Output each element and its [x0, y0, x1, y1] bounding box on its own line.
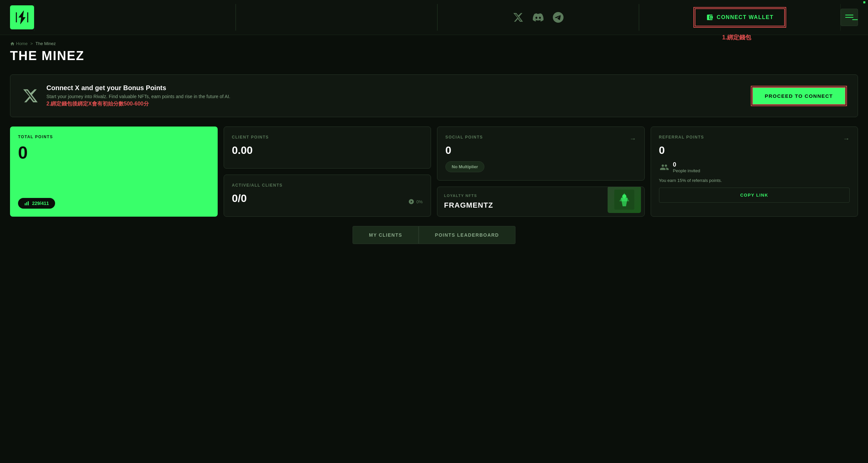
breadcrumb-home: Home — [10, 41, 28, 46]
client-points-label: CLIENT POINTS — [232, 135, 423, 140]
client-points-value: 0.00 — [232, 144, 423, 157]
copy-link-button[interactable]: COPY LINK — [659, 188, 850, 203]
menu-dot — [863, 1, 865, 3]
nav-section-3 — [437, 4, 639, 31]
total-points-card: TOTAL POINTS 0 229/411 — [10, 126, 218, 217]
nav-section-1 — [34, 4, 236, 31]
rank-badge: 229/411 — [18, 198, 55, 209]
breadcrumb-separator: > — [30, 41, 33, 46]
active-clients-card: ACTIVE/ALL CLIENTS 0/0 0% — [224, 175, 431, 217]
proceed-to-connect-button[interactable]: PROCEED TO CONNECT — [752, 87, 846, 105]
banner-title: Connect X and get your Bonus Points — [46, 84, 230, 92]
stats-grid: TOTAL POINTS 0 229/411 CLIENT POINTS 0.0… — [10, 126, 858, 217]
social-icons — [513, 12, 563, 23]
progress-value: 0% — [416, 199, 423, 204]
referral-points-card: → REFERRAL POINTS 0 0 People invited You… — [651, 126, 858, 217]
my-clients-tab[interactable]: MY CLIENTS — [352, 226, 418, 244]
banner-text: Connect X and get your Bonus Points Star… — [46, 84, 230, 107]
active-clients-row: 0/0 0% — [232, 192, 423, 205]
menu-line-1 — [845, 15, 853, 16]
social-points-label: SOCIAL POINTS — [445, 135, 636, 140]
social-points-value: 0 — [445, 144, 636, 157]
people-count: 0 — [673, 161, 676, 168]
social-column: → SOCIAL POINTS 0 No Multiplier → LOYALT… — [437, 126, 645, 217]
annotation-1: 1.綁定錢包 — [722, 33, 751, 41]
logo[interactable] — [10, 5, 34, 29]
menu-line-3 — [852, 19, 858, 20]
total-points-value: 0 — [18, 144, 210, 161]
main-content: Connect X and get your Bonus Points Star… — [0, 66, 868, 252]
client-points-card: CLIENT POINTS 0.00 — [224, 126, 431, 168]
connect-x-banner: Connect X and get your Bonus Points Star… — [10, 74, 858, 117]
connect-wallet-button[interactable]: CONNECT WALLET — [695, 8, 785, 26]
rank-value: 229/411 — [32, 200, 49, 206]
active-clients-value: 0/0 — [232, 192, 247, 205]
people-icon — [659, 162, 670, 172]
rank-icon — [24, 200, 29, 206]
progress-icon — [408, 198, 414, 205]
menu-line-2 — [845, 17, 853, 18]
rank-badge-container: 229/411 — [18, 198, 55, 209]
loyalty-nfts-title: FRAGMENTZ — [444, 201, 638, 210]
telegram-icon[interactable] — [553, 12, 563, 23]
banner-left: Connect X and get your Bonus Points Star… — [22, 84, 230, 107]
svg-point-7 — [622, 194, 626, 198]
social-arrow-icon[interactable]: → — [630, 135, 636, 143]
header: CONNECT WALLET 1.綁定錢包 — [0, 0, 868, 35]
no-multiplier-badge: No Multiplier — [445, 161, 485, 172]
people-label: People invited — [673, 168, 701, 173]
page-title: THE MINEZ — [10, 49, 858, 63]
header-nav: CONNECT WALLET — [34, 4, 841, 31]
banner-x-icon — [22, 88, 38, 104]
annotation-2: 2.綁定錢包後綁定X會有初始分數500-600分 — [46, 100, 230, 107]
client-column: CLIENT POINTS 0.00 ACTIVE/ALL CLIENTS 0/… — [224, 126, 431, 217]
social-points-card: → SOCIAL POINTS 0 No Multiplier — [437, 126, 645, 181]
referral-points-value: 0 — [659, 144, 850, 157]
referral-points-label: REFERRAL POINTS — [659, 135, 850, 140]
banner-description: Start your journey into Rivalz. Find val… — [46, 94, 230, 99]
progress-pill: 0% — [408, 198, 423, 205]
breadcrumb: Home > The Minez — [10, 41, 858, 46]
nav-section-2 — [236, 4, 437, 31]
home-icon — [10, 41, 15, 46]
referral-note: You earn 15% of referrals points. — [659, 178, 850, 183]
points-leaderboard-tab[interactable]: POINTS LEADERBOARD — [418, 226, 516, 244]
twitter-x-icon[interactable] — [513, 12, 524, 23]
people-info: 0 People invited — [673, 161, 701, 173]
breadcrumb-current: The Minez — [35, 41, 56, 46]
bottom-tabs: MY CLIENTS POINTS LEADERBOARD — [10, 226, 858, 244]
discord-icon[interactable] — [533, 12, 544, 23]
total-points-label: TOTAL POINTS — [18, 134, 210, 139]
people-row: 0 People invited — [659, 161, 850, 173]
loyalty-nfts-card: → LOYALTY NFTs FRAGMENTZ — [437, 187, 645, 217]
menu-button[interactable] — [841, 9, 858, 26]
referral-arrow-icon[interactable]: → — [843, 135, 850, 143]
active-clients-label: ACTIVE/ALL CLIENTS — [232, 183, 423, 188]
nav-section-4: CONNECT WALLET — [639, 4, 841, 31]
